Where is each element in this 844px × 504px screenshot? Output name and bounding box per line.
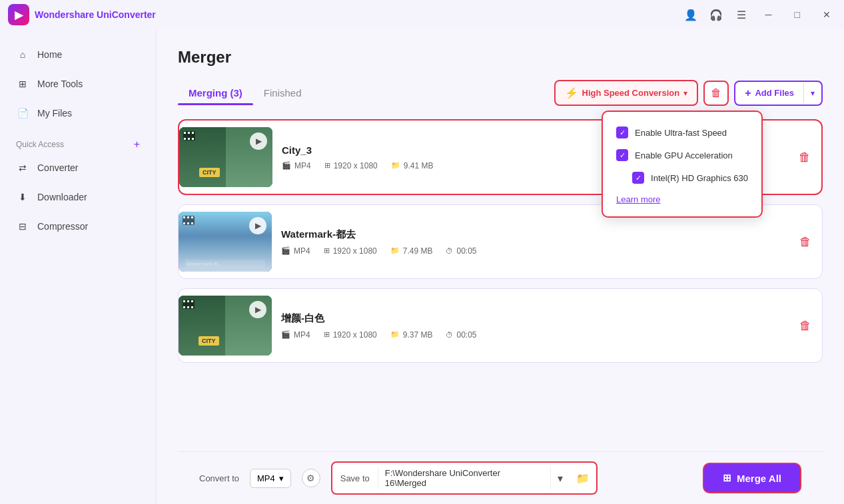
hsc-dropdown-arrow: ▾	[683, 89, 687, 98]
svg-rect-1	[184, 132, 186, 134]
tab-list: Merging (3) Finished	[178, 82, 312, 104]
downloader-icon: ⬇	[16, 190, 29, 204]
quick-access-add-button[interactable]: +	[134, 138, 140, 150]
resolution-meta: ⊞ 1920 x 1080	[324, 330, 377, 340]
delete-all-button[interactable]: 🗑	[703, 81, 729, 106]
svg-rect-8	[183, 216, 185, 218]
sidebar-item-my-files[interactable]: 📄 My Files	[0, 99, 156, 128]
sidebar-item-label: Converter	[37, 162, 78, 173]
ultrafast-checkbox[interactable]: ✓	[616, 126, 628, 138]
resolution-meta: ⊞ 1920 x 1080	[324, 161, 378, 170]
sidebar-item-compressor[interactable]: ⊟ Compressor	[0, 212, 156, 241]
intel-gpu-item[interactable]: ✓ Intel(R) HD Graphics 630	[614, 166, 751, 189]
main-layout: ⌂ Home ⊞ More Tools 📄 My Files Quick Acc…	[0, 29, 844, 504]
minimize-button[interactable]: ─	[760, 7, 777, 23]
close-button[interactable]: ✕	[817, 7, 836, 23]
svg-rect-15	[183, 300, 185, 302]
svg-rect-10	[191, 216, 193, 218]
svg-rect-3	[192, 132, 194, 134]
settings-button[interactable]: ⚙	[302, 469, 320, 487]
converter-icon: ⇄	[16, 161, 29, 174]
file-info: 增颜-白色 🎬 MP4 ⊞ 1920 x 1080 📁 9.37 MB	[281, 312, 790, 340]
page-title: Merger	[178, 48, 823, 67]
gpu-label: Enable GPU Acceleration	[635, 150, 733, 160]
sidebar-item-converter[interactable]: ⇄ Converter	[0, 153, 156, 182]
size-icon: 📁	[390, 246, 400, 255]
play-icon: ▶	[255, 305, 261, 314]
svg-rect-4	[184, 138, 186, 140]
save-to-arrow[interactable]: ▾	[550, 467, 570, 490]
gpu-checkbox[interactable]: ✓	[616, 149, 628, 161]
size-icon: 📁	[391, 161, 400, 170]
file-thumbnail: CITY ▶	[179, 296, 272, 356]
svg-rect-11	[183, 222, 185, 224]
high-speed-conversion-button[interactable]: ⚡ High Speed Conversion ▾	[554, 80, 699, 106]
intel-checkbox[interactable]: ✓	[632, 172, 644, 184]
enable-ultrafast-item[interactable]: ✓ Enable Ultra-fast Speed	[614, 121, 751, 144]
high-speed-dropdown: ✓ Enable Ultra-fast Speed ✓ Enable GPU A…	[602, 111, 763, 218]
format-select[interactable]: MP4 ▾	[250, 469, 291, 488]
format-meta: 🎬 MP4	[282, 161, 311, 170]
tab-finished[interactable]: Finished	[253, 82, 312, 104]
folder-button[interactable]: 📁	[570, 467, 596, 490]
sidebar-item-label: Compressor	[37, 221, 88, 232]
tab-actions: ⚡ High Speed Conversion ▾ 🗑 + Add Files …	[554, 80, 823, 106]
format-meta: 🎬 MP4	[281, 246, 310, 256]
file-delete-button[interactable]: 🗑	[799, 319, 811, 333]
resolution-icon: ⊞	[324, 161, 330, 170]
resolution-meta: ⊞ 1920 x 1080	[324, 246, 377, 256]
svg-rect-16	[187, 300, 189, 302]
ultrafast-label: Enable Ultra-fast Speed	[635, 128, 727, 138]
sidebar: ⌂ Home ⊞ More Tools 📄 My Files Quick Acc…	[0, 29, 157, 504]
titlebar-controls: 👤 🎧 ☰ ─ □ ✕	[684, 7, 836, 23]
menu-icon[interactable]: ☰	[735, 8, 748, 21]
maximize-button[interactable]: □	[789, 7, 805, 23]
size-icon: 📁	[390, 330, 400, 339]
quick-access-section: Quick Access +	[0, 133, 156, 153]
file-card: CITY ▶ 增颜-白色 🎬 MP4	[178, 288, 823, 363]
format-arrow-icon: ▾	[279, 473, 284, 483]
svg-rect-19	[187, 306, 189, 308]
svg-rect-18	[183, 306, 185, 308]
add-files-main[interactable]: + Add Files	[735, 82, 803, 105]
headset-icon[interactable]: 🎧	[709, 8, 723, 21]
svg-rect-5	[188, 138, 190, 140]
file-delete-button[interactable]: 🗑	[799, 150, 811, 164]
resolution-icon: ⊞	[324, 246, 330, 255]
sidebar-item-home[interactable]: ⌂ Home	[0, 40, 156, 69]
merge-all-button[interactable]: ⊞ Merge All	[703, 463, 801, 493]
file-delete-button[interactable]: 🗑	[799, 235, 811, 249]
sidebar-item-downloader[interactable]: ⬇ Downloader	[0, 182, 156, 212]
file-name: Watermark-都去	[281, 228, 790, 241]
format-meta: 🎬 MP4	[281, 330, 310, 340]
play-button[interactable]: ▶	[250, 132, 267, 150]
format-icon: 🎬	[281, 246, 290, 255]
intel-label: Intel(R) HD Graphics 630	[651, 173, 748, 183]
add-files-label: Add Files	[755, 88, 794, 98]
user-icon[interactable]: 👤	[684, 8, 697, 21]
app-branding: ▶ Wondershare UniConverter	[8, 4, 673, 25]
sidebar-item-label: More Tools	[37, 79, 83, 89]
merge-icon: ⊞	[723, 472, 731, 484]
play-button[interactable]: ▶	[249, 301, 266, 318]
quick-access-label: Quick Access	[16, 140, 64, 149]
enable-gpu-item[interactable]: ✓ Enable GPU Acceleration	[614, 144, 751, 166]
play-button[interactable]: ▶	[249, 217, 266, 234]
plus-icon: +	[745, 87, 751, 99]
file-thumbnail: Watermark R... ▶	[179, 212, 272, 272]
bolt-icon: ⚡	[565, 87, 578, 99]
tab-merging[interactable]: Merging (3)	[178, 82, 253, 104]
convert-to-label: Convert to	[199, 473, 239, 483]
content-area: Merger Merging (3) Finished ⚡ High Speed…	[157, 29, 844, 504]
add-files-dropdown-arrow[interactable]: ▾	[803, 83, 821, 103]
app-name: Wondershare UniConverter	[35, 9, 156, 20]
add-files-button[interactable]: + Add Files ▾	[734, 81, 823, 106]
duration-meta: ⏱ 00:05	[446, 246, 476, 256]
size-meta: 📁 9.41 MB	[391, 161, 434, 170]
duration-meta: ⏱ 00:05	[446, 330, 476, 340]
sidebar-item-more-tools[interactable]: ⊞ More Tools	[0, 69, 156, 99]
bottom-bar: Convert to MP4 ▾ ⚙ Save to F:\Wondershar…	[178, 451, 823, 504]
file-info: Watermark-都去 🎬 MP4 ⊞ 1920 x 1080 📁 7.4	[281, 228, 790, 256]
learn-more-link[interactable]: Learn more	[614, 189, 751, 207]
resolution-icon: ⊞	[324, 330, 330, 339]
